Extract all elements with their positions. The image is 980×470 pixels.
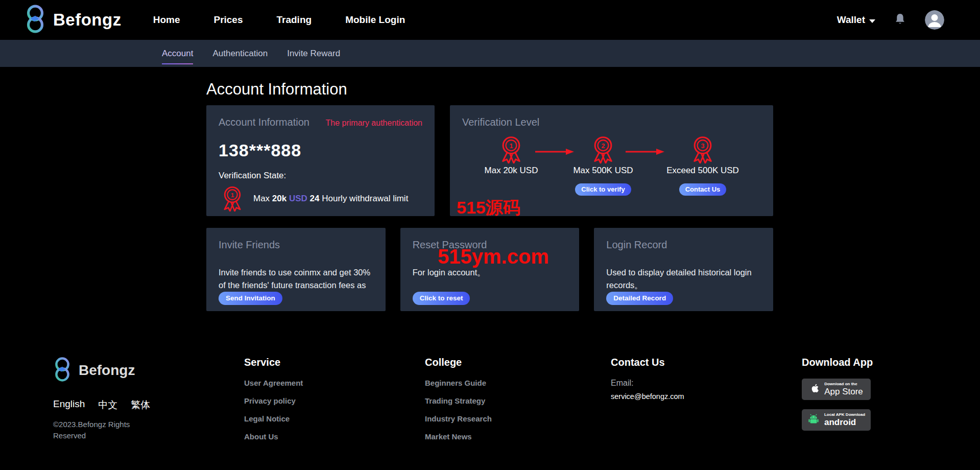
footer-link-legal-notice[interactable]: Legal Notice — [244, 414, 425, 423]
medal-2-icon: 2 — [588, 156, 618, 165]
brand-name: Befongz — [53, 10, 122, 30]
footer-contact-column: Contact Us Email: service@befongz.com — [611, 357, 802, 450]
withdrawal-limit-text: Max 20k USD 24 Hourly withdrawal limit — [253, 194, 408, 204]
account-info-card: Account Information The primary authenti… — [206, 105, 435, 216]
invite-friends-card: Invite Friends Invite friends to use coi… — [206, 228, 386, 311]
brand-logo[interactable]: Befongz — [25, 4, 122, 36]
service-heading: Service — [244, 357, 425, 368]
main-content: Account Information Account Information … — [206, 80, 773, 311]
footer: Befongz English 中文 繁体 ©2023.Befongz Righ… — [0, 357, 980, 450]
footer-brand-name: Befongz — [79, 362, 135, 379]
medal-1-icon: 1 — [496, 156, 526, 165]
login-record-card: Login Record Used to display detailed hi… — [594, 228, 773, 311]
apple-icon — [809, 382, 820, 396]
footer-link-beginners-guide[interactable]: Beginners Guide — [425, 379, 611, 387]
wallet-label: Wallet — [837, 14, 865, 26]
tab-authentication[interactable]: Authentication — [212, 40, 268, 67]
login-record-title: Login Record — [606, 239, 667, 250]
footer-download-column: Download App Download on the App Store — [802, 357, 873, 450]
chevron-down-icon — [869, 19, 875, 23]
college-heading: College — [425, 357, 611, 368]
nav-mobile-login[interactable]: Mobile Login — [345, 14, 405, 26]
click-to-reset-button[interactable]: Click to reset — [413, 292, 470, 305]
invite-friends-title: Invite Friends — [219, 239, 280, 250]
page-title: Account Information — [206, 80, 773, 99]
befongz-logo-icon — [25, 4, 46, 36]
top-navbar: Befongz Home Prices Trading Mobile Login… — [0, 0, 980, 40]
footer-link-trading-strategy[interactable]: Trading Strategy — [425, 396, 611, 405]
language-switcher: English 中文 繁体 — [53, 398, 244, 412]
nav-trading[interactable]: Trading — [277, 14, 312, 26]
medal-level1-icon: 1 — [219, 184, 246, 214]
send-invitation-button[interactable]: Send Invitation — [219, 292, 282, 305]
account-info-card-title: Account Information — [219, 116, 309, 128]
bell-icon[interactable] — [895, 13, 905, 28]
footer-logo[interactable]: Befongz — [53, 357, 244, 384]
tab-invite-reward[interactable]: Invite Reward — [287, 40, 340, 67]
contact-us-button[interactable]: Contact Us — [679, 183, 727, 196]
verification-state-label: Verification State: — [219, 171, 422, 181]
cards-row-2: Invite Friends Invite friends to use coi… — [206, 228, 773, 311]
user-avatar[interactable] — [925, 10, 944, 30]
step3-label: Exceed 500K USD — [662, 166, 744, 176]
svg-text:2: 2 — [601, 143, 605, 150]
lang-simplified-chinese[interactable]: 中文 — [98, 398, 117, 412]
footer-brand-block: Befongz English 中文 繁体 ©2023.Befongz Righ… — [53, 357, 244, 450]
navbar-right: Wallet — [837, 10, 944, 30]
email-label: Email: — [611, 379, 802, 388]
watermark-text: 515ym.com — [438, 245, 549, 268]
app-store-big-text: App Store — [824, 387, 863, 397]
account-subnav: Account Authentication Invite Reward — [0, 40, 980, 67]
lang-traditional-chinese[interactable]: 繁体 — [131, 398, 150, 412]
contact-email[interactable]: service@befongz.com — [611, 392, 802, 401]
verify-step-2: 2 Max 500K USD Click to verify — [565, 134, 641, 196]
befongz-logo-icon — [53, 357, 71, 384]
login-record-text: Used to display detailed historical logi… — [606, 266, 761, 292]
footer-college-column: College Beginners Guide Trading Strategy… — [425, 357, 611, 450]
android-big-text: android — [824, 418, 865, 428]
copyright-text: ©2023.Befongz Rights Reserved — [53, 419, 244, 441]
primary-auth-badge: The primary authentication — [326, 119, 422, 128]
footer-link-privacy-policy[interactable]: Privacy policy — [244, 396, 425, 405]
click-to-verify-button[interactable]: Click to verify — [575, 183, 631, 196]
lang-english[interactable]: English — [53, 398, 85, 412]
android-icon — [807, 414, 820, 427]
medal-3-icon: 3 — [688, 156, 718, 165]
step2-label: Max 500K USD — [565, 166, 641, 176]
nav-home[interactable]: Home — [153, 14, 180, 26]
footer-link-market-news[interactable]: Market News — [425, 432, 611, 441]
main-nav: Home Prices Trading Mobile Login — [153, 14, 405, 26]
tab-account[interactable]: Account — [162, 40, 193, 67]
footer-link-about-us[interactable]: About Us — [244, 432, 425, 441]
nav-prices[interactable]: Prices — [213, 14, 243, 26]
svg-text:1: 1 — [509, 143, 513, 150]
app-store-badge[interactable]: Download on the App Store — [802, 379, 871, 400]
footer-service-column: Service User Agreement Privacy policy Le… — [244, 357, 425, 450]
contact-us-heading: Contact Us — [611, 357, 802, 368]
step1-label: Max 20k USD — [473, 166, 549, 176]
android-apk-badge[interactable]: Local APK Download android — [802, 409, 871, 431]
watermark-text: 515源码 — [457, 196, 520, 220]
verification-level-title: Verification Level — [462, 116, 539, 128]
svg-text:1: 1 — [231, 192, 234, 199]
download-app-heading: Download App — [802, 357, 873, 368]
detailed-record-button[interactable]: Detailed Record — [606, 292, 673, 305]
reset-password-card: Reset Password For login account。 Click … — [400, 228, 580, 311]
wallet-dropdown[interactable]: Wallet — [837, 14, 875, 26]
footer-link-industry-research[interactable]: Industry Research — [425, 414, 611, 423]
svg-text:3: 3 — [701, 143, 704, 150]
account-phone-number: 138***888 — [219, 140, 422, 160]
verify-step-3: 3 Exceed 500K USD Contact Us — [662, 134, 744, 196]
footer-link-user-agreement[interactable]: User Agreement — [244, 379, 425, 387]
arrow-right-icon — [626, 148, 664, 155]
